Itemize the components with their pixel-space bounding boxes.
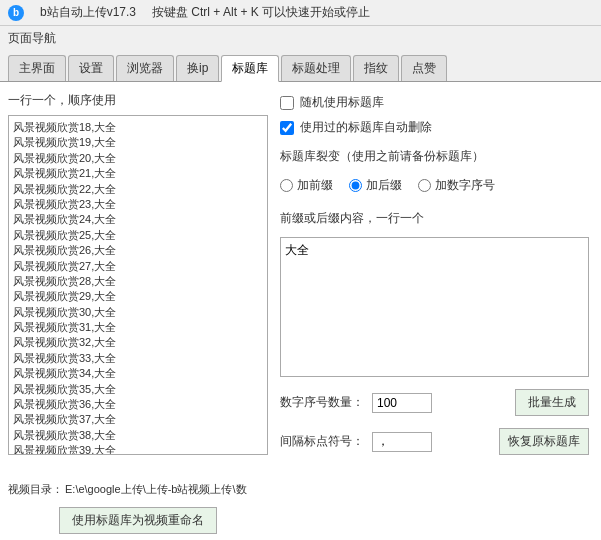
prefix-textarea[interactable] [280, 237, 589, 377]
number-row: 数字序号数量： 批量生成 [280, 389, 589, 416]
radio-suffix-option[interactable]: 加后缀 [349, 177, 402, 194]
radio-number-option[interactable]: 加数字序号 [418, 177, 495, 194]
tab-home[interactable]: 主界面 [8, 55, 66, 81]
radio-prefix[interactable] [280, 179, 293, 192]
separator-label: 间隔标点符号： [280, 433, 364, 450]
app-icon: b [8, 5, 24, 21]
right-panel: 随机使用标题库 使用过的标题库自动删除 标题库裂变（使用之前请备份标题库） 加前… [276, 90, 593, 534]
title-lib-textarea[interactable] [8, 115, 268, 455]
number-input[interactable] [372, 393, 432, 413]
radio-prefix-option[interactable]: 加前缀 [280, 177, 333, 194]
radio-row: 加前缀 加后缀 加数字序号 [280, 177, 589, 194]
video-path-label: 视频目录： [8, 480, 63, 499]
video-path-row: 视频目录： E:\e\google上传\上传-b站视频上传\数 [8, 480, 268, 499]
title-bar: b b站自动上传v17.3 按键盘 Ctrl + Alt + K 可以快速开始或… [0, 0, 601, 26]
radio-number[interactable] [418, 179, 431, 192]
tab-titleprocess[interactable]: 标题处理 [281, 55, 351, 81]
nav-label: 页面导航 [0, 26, 601, 51]
video-path-value: E:\e\google上传\上传-b站视频上传\数 [65, 480, 247, 499]
radio-suffix-label: 加后缀 [366, 177, 402, 194]
random-checkbox-label: 随机使用标题库 [300, 94, 384, 111]
auto-delete-checkbox-label: 使用过的标题库自动删除 [300, 119, 432, 136]
restore-button[interactable]: 恢复原标题库 [499, 428, 589, 455]
radio-suffix[interactable] [349, 179, 362, 192]
tab-changeip[interactable]: 换ip [176, 55, 219, 81]
separator-input[interactable] [372, 432, 432, 452]
tab-like[interactable]: 点赞 [401, 55, 447, 81]
tab-titlelib[interactable]: 标题库 [221, 55, 279, 82]
number-label: 数字序号数量： [280, 394, 364, 411]
separator-row: 间隔标点符号： 恢复原标题库 [280, 428, 589, 455]
left-label: 一行一个，顺序使用 [8, 90, 268, 111]
tab-browser[interactable]: 浏览器 [116, 55, 174, 81]
clone-label: 标题库裂变（使用之前请备份标题库） [280, 148, 589, 165]
random-checkbox[interactable] [280, 96, 294, 110]
random-checkbox-row: 随机使用标题库 [280, 94, 589, 111]
main-content: 一行一个，顺序使用 视频目录： E:\e\google上传\上传-b站视频上传\… [0, 82, 601, 540]
text-area-container [8, 115, 268, 472]
prefix-label: 前缀或后缀内容，一行一个 [280, 210, 589, 227]
radio-number-label: 加数字序号 [435, 177, 495, 194]
batch-generate-button[interactable]: 批量生成 [515, 389, 589, 416]
auto-delete-checkbox-row: 使用过的标题库自动删除 [280, 119, 589, 136]
radio-prefix-label: 加前缀 [297, 177, 333, 194]
left-panel: 一行一个，顺序使用 视频目录： E:\e\google上传\上传-b站视频上传\… [8, 90, 268, 534]
tab-bar: 主界面 设置 浏览器 换ip 标题库 标题处理 指纹 点赞 [0, 51, 601, 82]
tab-fingerprint[interactable]: 指纹 [353, 55, 399, 81]
auto-delete-checkbox[interactable] [280, 121, 294, 135]
shortcut-hint: 按键盘 Ctrl + Alt + K 可以快速开始或停止 [152, 4, 370, 21]
rename-button[interactable]: 使用标题库为视频重命名 [59, 507, 217, 534]
app-title: b站自动上传v17.3 [40, 4, 136, 21]
tab-settings[interactable]: 设置 [68, 55, 114, 81]
